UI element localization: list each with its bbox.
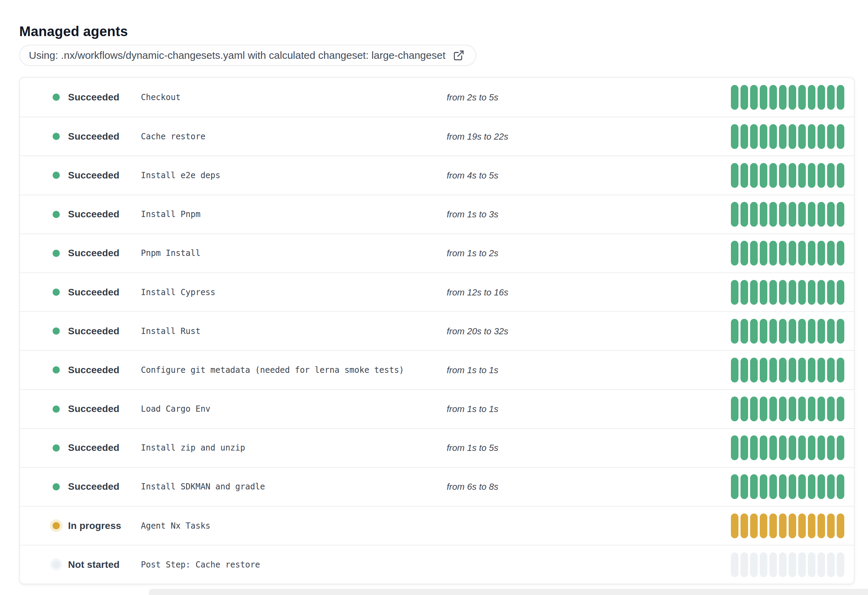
progress-segment xyxy=(731,397,738,421)
agent-progress-segments xyxy=(731,514,844,538)
workflow-config-link[interactable]: Using: .nx/workflows/dynamic-changesets.… xyxy=(19,45,476,66)
step-name: Load Cargo Env xyxy=(141,404,210,414)
agent-row[interactable]: SucceededInstall Cypressfrom 12s to 16s xyxy=(20,272,854,311)
agent-row[interactable]: SucceededInstall Rustfrom 20s to 32s xyxy=(20,311,854,350)
progress-segment xyxy=(788,435,796,460)
progress-segment xyxy=(741,435,748,460)
status-label: Succeeded xyxy=(68,131,141,142)
agent-row[interactable]: Not startedPost Step: Cache restore xyxy=(20,545,854,584)
progress-segment xyxy=(818,435,825,460)
progress-segment xyxy=(779,435,787,460)
page-title: Managed agents xyxy=(19,24,128,39)
progress-segment xyxy=(731,124,738,149)
progress-segment xyxy=(827,514,835,538)
agent-row[interactable]: SucceededPnpm Installfrom 1s to 2s xyxy=(20,234,854,272)
progress-segment xyxy=(837,280,844,305)
progress-segment xyxy=(769,85,777,110)
progress-segment xyxy=(769,435,777,460)
progress-segment xyxy=(769,241,777,265)
agent-row[interactable]: SucceededInstall SDKMAN and gradlefrom 6… xyxy=(20,467,854,506)
progress-segment xyxy=(818,474,825,499)
status-label: Succeeded xyxy=(68,442,141,453)
progress-segment xyxy=(788,514,796,538)
progress-segment xyxy=(837,241,844,265)
progress-segment xyxy=(808,202,815,226)
agent-progress-segments xyxy=(731,202,844,226)
progress-segment xyxy=(779,124,787,149)
progress-segment xyxy=(760,319,767,343)
progress-segment xyxy=(818,85,825,110)
progress-segment xyxy=(808,474,815,499)
agent-row[interactable]: SucceededInstall e2e depsfrom 4s to 5s xyxy=(20,155,854,194)
progress-segment xyxy=(779,514,787,538)
progress-segment xyxy=(837,163,844,188)
duration-range: from 20s to 32s xyxy=(447,326,508,336)
step-name: Install Rust xyxy=(141,326,200,336)
agent-row[interactable]: SucceededInstall Pnpmfrom 1s to 3s xyxy=(20,195,854,234)
progress-segment xyxy=(818,552,825,577)
status-label: Succeeded xyxy=(68,209,141,220)
agent-row[interactable]: SucceededCache restorefrom 19s to 22s xyxy=(20,117,854,155)
progress-segment xyxy=(779,358,787,382)
progress-segment xyxy=(760,124,767,149)
progress-segment xyxy=(750,163,758,188)
status-dot xyxy=(53,406,60,413)
progress-segment xyxy=(779,552,787,577)
status-dot xyxy=(53,133,60,140)
progress-segment xyxy=(788,319,796,343)
progress-segment xyxy=(818,124,825,149)
progress-segment xyxy=(788,552,796,577)
progress-segment xyxy=(769,397,777,421)
workflow-config-text: Using: .nx/workflows/dynamic-changesets.… xyxy=(29,50,445,61)
progress-segment xyxy=(808,358,815,382)
agent-row[interactable]: In progressAgent Nx Tasks xyxy=(20,506,854,545)
progress-segment xyxy=(750,397,758,421)
agent-progress-segments xyxy=(731,358,844,382)
step-name: Checkout xyxy=(141,93,181,102)
progress-segment xyxy=(750,202,758,226)
progress-segment xyxy=(827,435,835,460)
progress-segment xyxy=(827,124,835,149)
progress-segment xyxy=(769,163,777,188)
progress-segment xyxy=(769,474,777,499)
progress-segment xyxy=(750,552,758,577)
duration-range: from 12s to 16s xyxy=(447,287,508,298)
agent-row[interactable]: SucceededLoad Cargo Envfrom 1s to 1s xyxy=(20,389,854,428)
progress-segment xyxy=(837,474,844,499)
status-dot xyxy=(53,211,60,218)
agent-row[interactable]: SucceededConfigure git metadata (needed … xyxy=(20,350,854,389)
status-dot xyxy=(53,327,60,335)
progress-segment xyxy=(769,358,777,382)
progress-segment xyxy=(741,85,748,110)
progress-segment xyxy=(731,435,738,460)
progress-segment xyxy=(741,514,748,538)
status-dot xyxy=(53,561,60,568)
agent-row[interactable]: SucceededInstall zip and unzipfrom 1s to… xyxy=(20,428,854,467)
agent-progress-segments xyxy=(731,319,844,343)
progress-segment xyxy=(779,241,787,265)
progress-segment xyxy=(808,241,815,265)
progress-segment xyxy=(837,435,844,460)
progress-segment xyxy=(731,85,738,110)
duration-range: from 1s to 1s xyxy=(447,364,498,375)
progress-segment xyxy=(769,514,777,538)
progress-segment xyxy=(798,241,806,265)
agent-row[interactable]: SucceededCheckoutfrom 2s to 5s xyxy=(20,78,854,117)
progress-segment xyxy=(837,85,844,110)
agent-progress-segments xyxy=(731,85,844,110)
agent-progress-segments xyxy=(731,397,844,421)
progress-segment xyxy=(798,319,806,343)
agent-progress-segments xyxy=(731,435,844,460)
status-label: Succeeded xyxy=(68,92,141,103)
progress-segment xyxy=(750,514,758,538)
status-dot xyxy=(53,250,60,257)
status-label: Succeeded xyxy=(68,481,141,492)
status-label: Succeeded xyxy=(68,248,141,259)
progress-segment xyxy=(808,435,815,460)
progress-segment xyxy=(827,319,835,343)
progress-segment xyxy=(788,358,796,382)
progress-segment xyxy=(731,202,738,226)
progress-segment xyxy=(741,241,748,265)
external-link-icon[interactable] xyxy=(453,50,465,61)
duration-range: from 6s to 8s xyxy=(447,481,498,492)
